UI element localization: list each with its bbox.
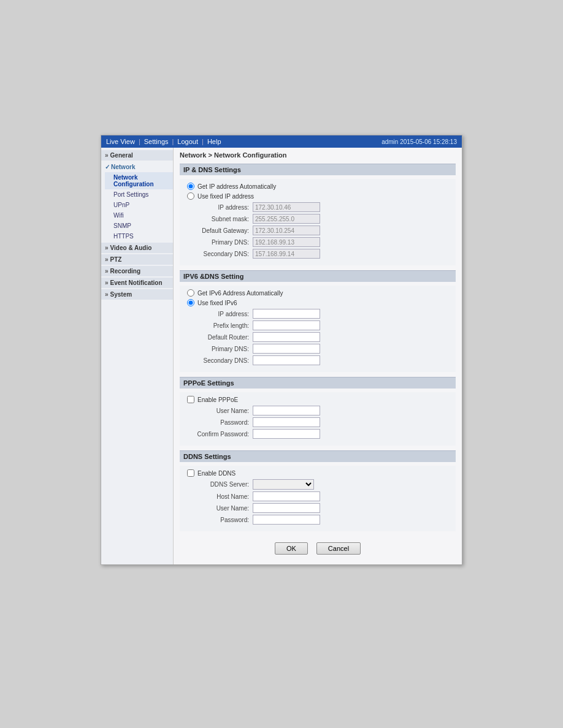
pppoe-confirm-password-label: Confirm Password: <box>194 431 253 438</box>
radio-get-auto[interactable] <box>187 183 194 190</box>
chevron-event-icon: » <box>105 279 109 286</box>
sidebar-network-header: ✓ Network <box>101 162 173 172</box>
sidebar-recording-label: Recording <box>110 268 140 275</box>
pppoe-password-input[interactable] <box>253 417 320 427</box>
content-area: Network > Network Configuration IP & DNS… <box>174 148 462 564</box>
nav-logout[interactable]: Logout <box>177 138 198 145</box>
prefix-length-label: Prefix length: <box>194 322 253 329</box>
ddns-username-row: User Name: <box>185 503 451 513</box>
sidebar-item-network-config[interactable]: Network Configuration <box>105 172 173 189</box>
pppoe-confirm-password-input[interactable] <box>253 429 320 439</box>
pppoe-username-input[interactable] <box>253 406 320 415</box>
gateway-label: Default Gateway: <box>194 227 253 234</box>
default-router-input[interactable] <box>253 332 320 342</box>
ddns-section-header: DDNS Settings <box>180 450 456 462</box>
nav-live-view[interactable]: Live View <box>106 138 135 145</box>
ddns-hostname-row: Host Name: <box>185 491 451 501</box>
gateway-input[interactable] <box>253 226 320 235</box>
sidebar-item-wifi[interactable]: Wifi <box>105 210 173 221</box>
pppoe-password-label: Password: <box>194 419 253 426</box>
sidebar-item-port-settings[interactable]: Port Settings <box>105 189 173 200</box>
subnet-label: Subnet mask: <box>194 216 253 222</box>
radio-fixed-row: Use fixed IP address <box>185 192 451 200</box>
sidebar-section-event: » Event Notification <box>101 278 173 288</box>
pppoe-enable-row: Enable PPPoE <box>185 396 451 403</box>
radio-ipv6-fixed[interactable] <box>187 299 194 306</box>
sidebar-item-snmp[interactable]: SNMP <box>105 221 173 231</box>
pppoe-username-row: User Name: <box>185 406 451 415</box>
ddns-enable-label: Enable DDNS <box>197 470 236 477</box>
sidebar-system-title[interactable]: » System <box>101 289 173 300</box>
pppoe-confirm-password-row: Confirm Password: <box>185 429 451 439</box>
nav-user-info: admin 2015-05-06 15:28:13 <box>381 138 457 145</box>
sidebar-ptz-label: PTZ <box>110 256 122 263</box>
pppoe-form: Enable PPPoE User Name: Password: Confir… <box>180 392 456 446</box>
sidebar-item-upnp[interactable]: UPnP <box>105 200 173 210</box>
ipv6-secondary-dns-label: Secondary DNS: <box>194 357 253 364</box>
ipv6-primary-dns-label: Primary DNS: <box>194 346 253 352</box>
ipv6-dns-form: Get IPv6 Address Automatically Use fixed… <box>180 286 456 372</box>
radio-ipv6-auto-row: Get IPv6 Address Automatically <box>185 289 451 297</box>
ddns-enable-checkbox[interactable] <box>187 469 194 477</box>
ddns-username-label: User Name: <box>194 505 253 512</box>
ddns-form: Enable DDNS DDNS Server: Host Name: User… <box>180 466 456 531</box>
ipv6-address-label: IP address: <box>194 311 253 317</box>
sidebar-section-recording: » Recording <box>101 266 173 276</box>
nav-help[interactable]: Help <box>207 138 221 145</box>
chevron-recording-icon: » <box>105 268 109 275</box>
radio-get-auto-row: Get IP address Automatically <box>185 183 451 190</box>
ipv6-primary-dns-input[interactable] <box>253 344 320 354</box>
ipv6-dns-section-header: IPV6 &DNS Setting <box>180 270 456 282</box>
radio-ipv6-auto[interactable] <box>187 289 194 297</box>
ddns-server-select[interactable] <box>253 479 314 490</box>
primary-dns-row: Primary DNS: <box>185 237 451 247</box>
radio-fixed-label: Use fixed IP address <box>197 193 254 200</box>
ddns-hostname-label: Host Name: <box>194 493 253 500</box>
radio-use-fixed[interactable] <box>187 192 194 200</box>
ipv6-secondary-dns-input[interactable] <box>253 355 320 365</box>
sidebar-ptz-title[interactable]: » PTZ <box>101 254 173 265</box>
ip-address-input[interactable] <box>253 202 320 212</box>
ddns-password-input[interactable] <box>253 515 320 525</box>
pppoe-password-row: Password: <box>185 417 451 427</box>
ipv6-address-input[interactable] <box>253 309 320 319</box>
ok-button[interactable]: OK <box>275 542 308 555</box>
ddns-server-label: DDNS Server: <box>194 481 253 488</box>
button-row: OK Cancel <box>180 539 456 558</box>
prefix-length-row: Prefix length: <box>185 320 451 330</box>
sidebar-section-general: » General <box>101 150 173 161</box>
ddns-enable-row: Enable DDNS <box>185 469 451 477</box>
secondary-dns-input[interactable] <box>253 249 320 259</box>
ipv6-secondary-dns-row: Secondary DNS: <box>185 355 451 365</box>
sidebar-video-label: Video & Audio <box>110 245 152 251</box>
nav-bar: Live View | Settings | Logout | Help adm… <box>101 135 462 148</box>
sidebar-item-https[interactable]: HTTPS <box>105 231 173 241</box>
primary-dns-input[interactable] <box>253 237 320 247</box>
nav-settings[interactable]: Settings <box>144 138 169 145</box>
sidebar-event-title[interactable]: » Event Notification <box>101 278 173 288</box>
subnet-input[interactable] <box>253 214 320 224</box>
secondary-dns-label: Secondary DNS: <box>194 251 253 257</box>
ipv6-primary-dns-row: Primary DNS: <box>185 344 451 354</box>
ip-address-row: IP address: <box>185 202 451 212</box>
ddns-hostname-input[interactable] <box>253 491 320 501</box>
sidebar-network-label: Network <box>111 164 135 170</box>
sidebar: » General ✓ Network Network Configuratio… <box>101 148 174 564</box>
sidebar-recording-title[interactable]: » Recording <box>101 266 173 276</box>
sidebar-section-ptz: » PTZ <box>101 254 173 265</box>
chevron-general-icon: » <box>105 152 109 159</box>
radio-ipv6-auto-label: Get IPv6 Address Automatically <box>197 290 283 297</box>
sidebar-video-audio-title[interactable]: » Video & Audio <box>101 243 173 253</box>
pppoe-enable-checkbox[interactable] <box>187 396 194 403</box>
chevron-ptz-icon: » <box>105 256 109 263</box>
radio-ipv6-fixed-label: Use fixed IPv6 <box>197 300 237 306</box>
sidebar-general-title[interactable]: » General <box>101 150 173 161</box>
cancel-button[interactable]: Cancel <box>316 542 361 555</box>
ddns-username-input[interactable] <box>253 503 320 513</box>
pppoe-enable-label: Enable PPPoE <box>197 396 238 403</box>
ddns-password-row: Password: <box>185 515 451 525</box>
ip-address-label: IP address: <box>194 204 253 211</box>
main-layout: » General ✓ Network Network Configuratio… <box>101 148 462 564</box>
ipv6-address-row: IP address: <box>185 309 451 319</box>
prefix-length-input[interactable] <box>253 320 320 330</box>
